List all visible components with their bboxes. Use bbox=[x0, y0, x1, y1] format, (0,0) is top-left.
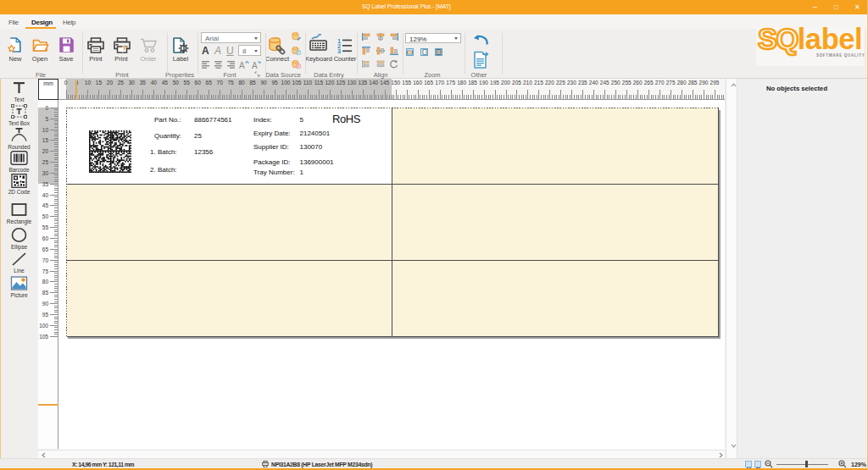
svg-text:A: A bbox=[252, 61, 258, 69]
svg-text:A: A bbox=[239, 61, 245, 69]
svg-text:3: 3 bbox=[337, 47, 341, 53]
